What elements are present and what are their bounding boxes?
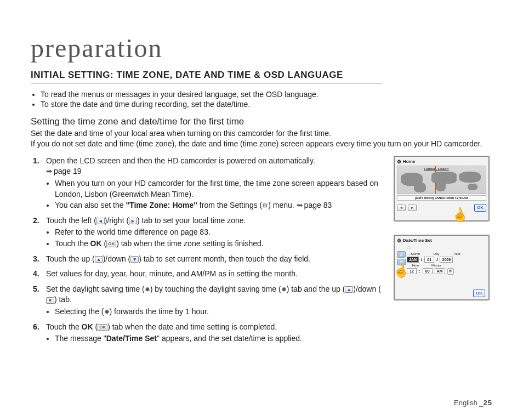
page-ref: page 83	[304, 201, 332, 209]
text: (	[102, 239, 107, 248]
text: ) by touching the daylight saving time (	[150, 285, 281, 293]
step-1: Open the LCD screen and then the HD camc…	[31, 156, 386, 211]
year-field[interactable]: 2009	[440, 257, 453, 263]
minute-label: Minute	[430, 264, 443, 267]
text: from the Settings (	[197, 201, 262, 209]
text: " appears, and the set date/time is appl…	[157, 334, 302, 343]
page-ref: page 19	[54, 167, 82, 175]
page-ref-icon	[46, 167, 54, 175]
month-label: Month	[409, 252, 422, 256]
step-text: Open the LCD screen and then the HD camc…	[46, 156, 315, 165]
text: )/right (	[105, 216, 129, 225]
city-label: London, Lisbon	[424, 167, 448, 171]
screen-title-bar: ⚙ Date/Time Set	[397, 238, 486, 243]
text: )/down (	[353, 285, 381, 293]
text: )/down (	[103, 254, 131, 263]
sub-heading: Setting the time zone and date/time for …	[31, 116, 492, 127]
text: Touch the up (	[46, 254, 95, 263]
text: ) tab to set current month, then touch t…	[139, 254, 310, 263]
ok-label: OK	[82, 322, 93, 331]
text: The message "	[55, 334, 106, 343]
page-number: 25	[484, 399, 492, 407]
hour-field[interactable]: 12	[407, 268, 417, 274]
text: ) tab when the date and time setting is …	[107, 322, 277, 331]
step-4: Set values for day, year, hour, minute, …	[31, 269, 386, 280]
hour-label: Hour	[409, 264, 422, 267]
intro-item: To store the date and time during record…	[41, 100, 492, 109]
text: Selecting the (	[55, 307, 104, 316]
text: ) menu.	[268, 201, 296, 209]
day-label: Day	[430, 252, 443, 256]
page-ref-icon	[297, 201, 304, 209]
month-field[interactable]: JAN	[407, 257, 419, 263]
step-bullet: Selecting the (✹) forwards the time by 1…	[55, 307, 386, 317]
text: Touch the left (	[46, 216, 96, 225]
sub-description: Set the date and time of your local area…	[31, 128, 492, 149]
step-bullet: The message "Date/Time Set" appears, and…	[55, 333, 386, 344]
text: (	[93, 322, 98, 331]
step-bullet: When you turn on your HD camcorder for t…	[55, 178, 386, 200]
screen-title: Home	[403, 159, 415, 164]
step-bullet: You can also set the "Time Zone: Home" f…	[55, 200, 386, 211]
steps-list: Open the LCD screen and then the HD camc…	[31, 156, 386, 349]
minute-field[interactable]: 00	[423, 268, 433, 274]
page-footer: English _25	[454, 399, 492, 407]
text: Touch the	[55, 239, 90, 248]
left-arrow-button[interactable]: ◄	[397, 205, 406, 211]
down-arrow-icon: ▼	[46, 297, 54, 304]
separator: /	[421, 257, 422, 262]
dst-toggle[interactable]: ✹	[447, 268, 454, 275]
separator: /	[436, 257, 437, 262]
footer-separator: _	[479, 399, 483, 407]
text: ) tab when the time zone setting is fini…	[116, 239, 263, 248]
ok-icon: OK	[98, 324, 107, 331]
year-label: Year	[451, 252, 464, 256]
step-bullet: Refer to the world time difference on pa…	[55, 227, 386, 238]
day-field[interactable]: 01	[424, 257, 434, 263]
step-bullet: Touch the OK (OK) tab when the time zone…	[55, 239, 386, 249]
timezone-home-label: "Time Zone: Home"	[126, 201, 197, 209]
up-down-controls: ▲ ▼	[397, 251, 406, 265]
hand-pointer-icon: ☝	[449, 205, 470, 225]
gear-icon: ⚙	[397, 238, 401, 243]
footer-language: English	[454, 399, 479, 407]
up-arrow-icon: ▲	[95, 256, 103, 263]
separator: :	[419, 269, 420, 274]
section-heading: INITIAL SETTING: TIME ZONE, DATE AND TIM…	[31, 70, 382, 83]
text: ) tab and the up (	[287, 285, 345, 293]
side-illustrations: ⚙ Home London, Lisbon [GMT 00:00] JAN/01…	[394, 156, 492, 349]
step-5: Set the daylight saving time (✹) by touc…	[31, 284, 386, 317]
screen-title: Date/Time Set	[403, 238, 432, 243]
right-arrow-icon: ►	[129, 218, 137, 224]
ok-button[interactable]: OK	[473, 290, 485, 297]
text: ) tab.	[54, 295, 72, 304]
down-arrow-button[interactable]: ▼	[397, 259, 406, 265]
datetime-set-label: Date/Time Set	[106, 334, 157, 343]
timezone-screen: ⚙ Home London, Lisbon [GMT 00:00] JAN/01…	[394, 156, 490, 222]
text: Touch the	[46, 322, 82, 331]
step-6: Touch the OK (OK) tab when the date and …	[31, 322, 386, 344]
page-title: preparation	[31, 33, 492, 63]
intro-item: To read the menus or messages in your de…	[41, 90, 492, 99]
gear-icon: ⚙	[262, 202, 268, 209]
text: You can also set the	[55, 201, 126, 209]
datetime-screen: ⚙ Date/Time Set ⌂ ▲ ▼ ☝ Month Day Year J…	[394, 235, 490, 300]
left-arrow-icon: ◄	[96, 218, 105, 224]
home-icon: ⌂	[407, 245, 486, 250]
text: Set the daylight saving time (	[46, 285, 145, 293]
up-arrow-button[interactable]: ▲	[397, 251, 406, 258]
step-3: Touch the up (▲)/down (▼) tab to set cur…	[31, 254, 386, 265]
ok-label: OK	[90, 239, 102, 248]
ok-button[interactable]: OK	[474, 204, 486, 212]
text: ) forwards the time by 1 hour.	[110, 307, 209, 316]
dst-icon: ✹	[104, 308, 110, 316]
ok-icon: OK	[106, 241, 116, 247]
world-map: London, Lisbon	[397, 166, 486, 194]
text: ) tab to set your local time zone.	[137, 216, 246, 225]
datetime-fields: Month Day Year JAN / 01 / 2009 Hour Minu…	[407, 252, 486, 275]
ampm-field[interactable]: AM	[435, 268, 445, 274]
gear-icon: ⚙	[397, 159, 401, 164]
dst-icon: ✹	[145, 286, 150, 293]
gmt-readout: [GMT 00:00] JAN/01/2009 12:00AM	[397, 195, 486, 201]
right-arrow-button[interactable]: ►	[408, 205, 417, 211]
